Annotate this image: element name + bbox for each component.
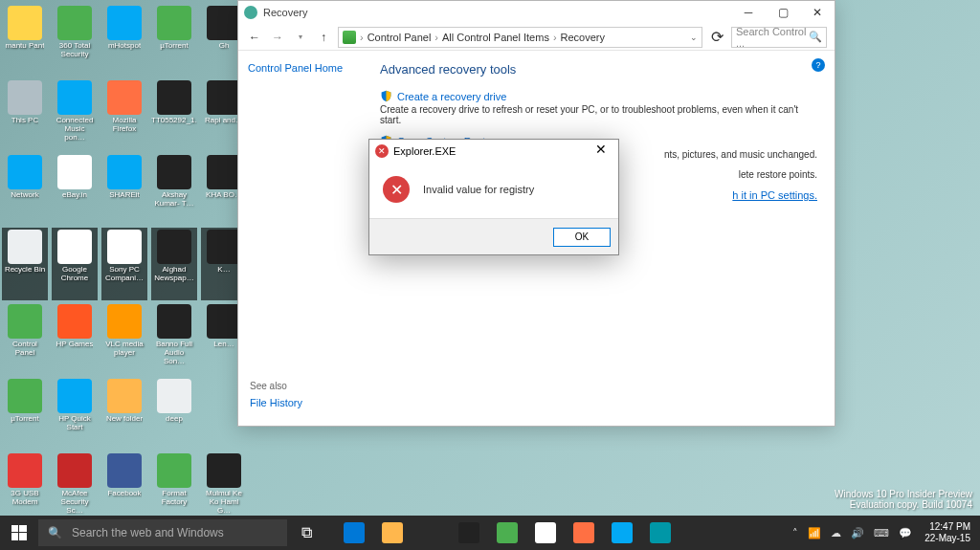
breadcrumb-all[interactable]: All Control Panel Items — [440, 32, 551, 43]
help-icon[interactable]: ? — [812, 58, 825, 72]
icon-label: Len… — [213, 341, 234, 349]
edge-icon — [344, 522, 365, 543]
desktop-wifi-icon[interactable]: mHotspot — [101, 4, 147, 77]
taskbar-music-task-icon[interactable] — [603, 516, 641, 550]
desktop-security-360-icon[interactable]: 360 Total Security — [52, 4, 98, 77]
format-factory-icon — [157, 453, 191, 488]
desktop-lava-icon[interactable]: 3G USB Modem — [2, 451, 48, 524]
start-button[interactable] — [0, 516, 38, 550]
window-title: Recovery — [263, 7, 731, 18]
desktop-sony-pc-icon[interactable]: Sony PC Compani… — [101, 228, 147, 300]
desktop-shareit-icon[interactable]: SHAREit — [101, 153, 147, 226]
desktop-network-icon[interactable]: Network — [2, 153, 48, 226]
desktop-video1-icon[interactable]: TT055292_1… — [151, 78, 197, 151]
spotify-icon — [458, 522, 479, 543]
icon-label: eBay.in — [62, 191, 87, 200]
icon-label: µTorrent — [11, 415, 39, 424]
security-360-icon — [57, 6, 92, 40]
nav-recent-icon[interactable]: ▾ — [292, 29, 309, 46]
desktop-user-icon[interactable]: mantu Pant — [2, 4, 48, 77]
tray-expand-icon[interactable]: ˄ — [790, 527, 801, 539]
windows-icon — [11, 525, 27, 540]
create-recovery-drive-desc: Create a recovery drive to refresh or re… — [380, 104, 817, 125]
create-recovery-drive-link[interactable]: Create a recovery drive — [397, 91, 506, 102]
clock-date: 22-May-15 — [924, 533, 970, 544]
wifi-tray-icon[interactable]: 📶 — [805, 527, 824, 539]
icon-label: Control Panel — [4, 341, 46, 358]
utorrent-icon — [157, 6, 191, 40]
desktop-folder-icon[interactable]: New folder — [101, 377, 147, 450]
icon-label: SHAREit — [109, 191, 140, 200]
icon-label: Facebook — [107, 490, 141, 498]
desktop-this-pc-icon[interactable]: This PC — [2, 78, 48, 151]
pc-settings-link[interactable]: h it in PC settings. — [732, 189, 817, 201]
desktop-video7-icon[interactable]: Banno Full Audio Son… — [151, 302, 197, 375]
onedrive-icon[interactable]: ☁ — [828, 527, 844, 539]
desktop-hp-quick-icon[interactable]: HP Quick Start — [52, 377, 98, 450]
desktop-wordpad-icon[interactable]: deep — [151, 377, 197, 450]
keyboard-icon[interactable]: ⌨ — [871, 527, 892, 539]
taskbar-blank-task-icon[interactable] — [412, 516, 450, 550]
desktop-control-panel-icon[interactable]: Control Panel — [2, 302, 48, 375]
icon-label: deep — [166, 415, 183, 424]
desktop-music-icon[interactable]: Connected Music pon… — [52, 78, 98, 151]
taskbar-app-task-icon[interactable] — [641, 516, 679, 550]
nav-back-icon[interactable]: ← — [246, 29, 263, 46]
error-icon: ✕ — [383, 176, 410, 203]
maximize-button[interactable]: ▢ — [766, 1, 800, 24]
search-input[interactable]: Search Control ... 🔍 — [731, 27, 827, 48]
icon-label: Akshay Kumar- T… — [153, 191, 195, 209]
dialog-close-button[interactable]: ✕ — [590, 142, 612, 161]
icon-label: McAfee Security Sc… — [54, 490, 96, 515]
dialog-title: Explorer.EXE — [393, 145, 590, 157]
file-history-link[interactable]: File History — [250, 397, 302, 408]
ok-button[interactable]: OK — [553, 228, 611, 247]
taskbar-file-explorer-icon[interactable] — [373, 516, 412, 550]
desktop-video5-icon[interactable]: Alghad Newspap… — [151, 228, 197, 300]
close-button[interactable]: ✕ — [800, 1, 835, 24]
desktop-recycle-bin-icon[interactable]: Recycle Bin — [2, 228, 48, 300]
search-placeholder: Search Control ... — [736, 26, 809, 49]
hp-quick-icon — [57, 379, 92, 413]
recovery-icon — [244, 6, 257, 19]
taskbar-edge-icon[interactable] — [335, 516, 373, 550]
desktop-ebay-icon[interactable]: eBay.in — [52, 153, 98, 226]
breadcrumb[interactable]: › Control Panel › All Control Panel Item… — [338, 27, 702, 48]
nav-up-icon[interactable]: ↑ — [315, 29, 332, 46]
volume-icon[interactable]: 🔊 — [848, 527, 867, 539]
control-panel-home-link[interactable]: Control Panel Home — [248, 62, 353, 74]
icon-label: This PC — [11, 117, 38, 125]
titlebar: Recovery ─ ▢ ✕ — [238, 1, 835, 24]
icon-label: K… — [217, 266, 230, 275]
desktop-chrome-icon[interactable]: Google Chrome — [52, 228, 98, 300]
minimize-button[interactable]: ─ — [731, 1, 766, 24]
chevron-down-icon[interactable]: ⌄ — [690, 33, 698, 42]
desktop-video3-icon[interactable]: Akshay Kumar- T… — [151, 153, 197, 226]
desktop-video8-icon[interactable]: Mulmul Ke Ko Haml G… — [201, 451, 247, 524]
blank2-icon — [207, 379, 241, 413]
desktop-format-factory-icon[interactable]: Format Factory — [151, 451, 197, 524]
desktop-mcafee-icon[interactable]: McAfee Security Sc… — [52, 451, 98, 524]
nav-forward-icon: → — [269, 29, 286, 46]
action-center-icon[interactable]: 💬 — [896, 527, 915, 539]
desktop-utorrent2-icon[interactable]: µTorrent — [2, 377, 48, 450]
breadcrumb-recovery[interactable]: Recovery — [559, 32, 607, 43]
taskbar-chrome-task-icon[interactable] — [526, 516, 565, 550]
desktop-facebook-icon[interactable]: Facebook — [101, 451, 147, 524]
taskbar-search[interactable]: 🔍 Search the web and Windows — [38, 519, 287, 546]
icon-label: HP Games — [56, 341, 94, 349]
clock[interactable]: 12:47 PM 22-May-15 — [919, 521, 976, 544]
taskbar-control-panel-task-icon[interactable] — [488, 516, 526, 550]
refresh-button[interactable]: ⟳ — [708, 28, 725, 46]
taskbar-spotify-icon[interactable] — [450, 516, 488, 550]
breadcrumb-cp[interactable]: Control Panel — [366, 32, 434, 43]
desktop-utorrent-icon[interactable]: µTorrent — [151, 4, 197, 77]
desktop-hp-games-icon[interactable]: HP Games — [52, 302, 98, 375]
network-icon — [8, 155, 42, 189]
icon-label: HP Quick Start — [54, 415, 96, 432]
taskbar-firefox-task-icon[interactable] — [565, 516, 603, 550]
task-view-button[interactable]: ⧉ — [287, 516, 325, 550]
sony-pc-icon — [107, 230, 142, 264]
desktop-vlc-icon[interactable]: VLC media player — [101, 302, 147, 375]
desktop-firefox-icon[interactable]: Mozilla Firefox — [101, 78, 147, 151]
